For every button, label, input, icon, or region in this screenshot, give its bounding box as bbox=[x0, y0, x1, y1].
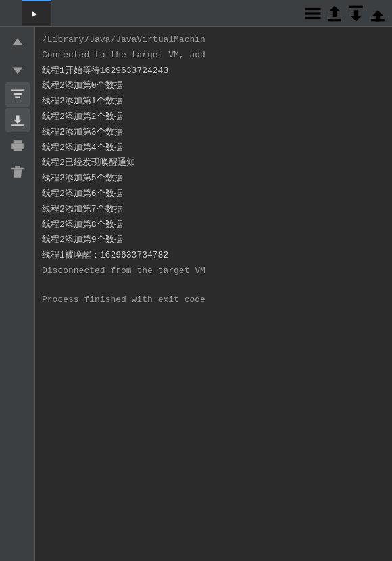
svg-rect-15 bbox=[11, 168, 24, 170]
filter-btn[interactable] bbox=[5, 82, 30, 107]
sidebar bbox=[0, 27, 35, 561]
menu-icon-btn[interactable] bbox=[304, 5, 322, 22]
upload-btn[interactable] bbox=[326, 5, 343, 22]
console-line: 线程2添加第8个数据 bbox=[42, 218, 385, 233]
save-btn[interactable] bbox=[5, 108, 30, 132]
console-line: 线程2添加第9个数据 bbox=[42, 233, 385, 248]
svg-rect-10 bbox=[13, 140, 22, 143]
svg-rect-2 bbox=[305, 16, 321, 18]
console-line: /Library/Java/JavaVirtualMachin bbox=[42, 32, 385, 48]
console-line: 线程2添加第0个数据 bbox=[42, 78, 385, 94]
tab-console[interactable]: ▶ bbox=[22, 0, 51, 26]
console-line: 线程2添加第2个数据 bbox=[42, 109, 385, 125]
svg-rect-7 bbox=[13, 93, 22, 95]
tab-debugger[interactable] bbox=[0, 0, 22, 26]
save-icon bbox=[11, 114, 24, 127]
console-line: 线程1开始等待1629633724243 bbox=[42, 64, 385, 79]
main-area: /Library/Java/JavaVirtualMachinConnected… bbox=[0, 27, 392, 561]
scroll-up-btn[interactable] bbox=[5, 31, 30, 55]
print-icon bbox=[11, 139, 24, 153]
console-line: Process finished with exit code bbox=[42, 293, 385, 308]
svg-rect-5 bbox=[371, 19, 385, 21]
console-output[interactable]: /Library/Java/JavaVirtualMachinConnected… bbox=[35, 27, 392, 561]
tab-bar: ▶ bbox=[0, 0, 392, 27]
console-line: Disconnected from the target VM bbox=[42, 264, 385, 279]
svg-rect-13 bbox=[14, 145, 16, 147]
svg-rect-4 bbox=[349, 5, 363, 7]
console-line: 线程2添加第7个数据 bbox=[42, 202, 385, 218]
download-icon bbox=[347, 5, 365, 22]
console-line: 线程2添加第4个数据 bbox=[42, 141, 385, 156]
svg-rect-12 bbox=[13, 147, 22, 151]
print-btn[interactable] bbox=[5, 134, 30, 158]
trash-icon bbox=[11, 165, 24, 178]
app-container: ▶ bbox=[0, 0, 392, 561]
download2-btn[interactable] bbox=[369, 5, 387, 22]
upload-icon bbox=[326, 5, 343, 22]
console-line: 线程2添加第3个数据 bbox=[42, 125, 385, 141]
svg-rect-9 bbox=[11, 124, 24, 126]
svg-rect-1 bbox=[305, 12, 321, 14]
arrow-up-icon bbox=[11, 36, 24, 50]
console-line: Connected to the target VM, add bbox=[42, 48, 385, 64]
trash-btn[interactable] bbox=[5, 160, 30, 184]
console-line: 线程2已经发现唤醒通知 bbox=[42, 155, 385, 171]
console-line: 线程2添加第5个数据 bbox=[42, 171, 385, 187]
console-line: 线程1被唤醒：1629633734782 bbox=[42, 248, 385, 264]
hamburger-icon bbox=[304, 5, 322, 22]
svg-rect-3 bbox=[328, 19, 341, 21]
svg-rect-8 bbox=[15, 97, 20, 99]
filter-icon bbox=[11, 88, 24, 101]
svg-rect-14 bbox=[15, 166, 20, 168]
download-btn[interactable] bbox=[347, 5, 365, 22]
console-line: 线程2添加第6个数据 bbox=[42, 187, 385, 202]
tab-actions bbox=[304, 5, 392, 22]
arrow-down-icon bbox=[11, 62, 24, 76]
console-tab-icon: ▶ bbox=[32, 9, 37, 19]
console-line: 线程2添加第1个数据 bbox=[42, 94, 385, 109]
svg-rect-0 bbox=[305, 7, 321, 9]
download2-icon bbox=[369, 5, 387, 22]
empty-line bbox=[42, 279, 385, 293]
scroll-down-btn[interactable] bbox=[5, 57, 30, 81]
svg-rect-6 bbox=[11, 90, 24, 92]
